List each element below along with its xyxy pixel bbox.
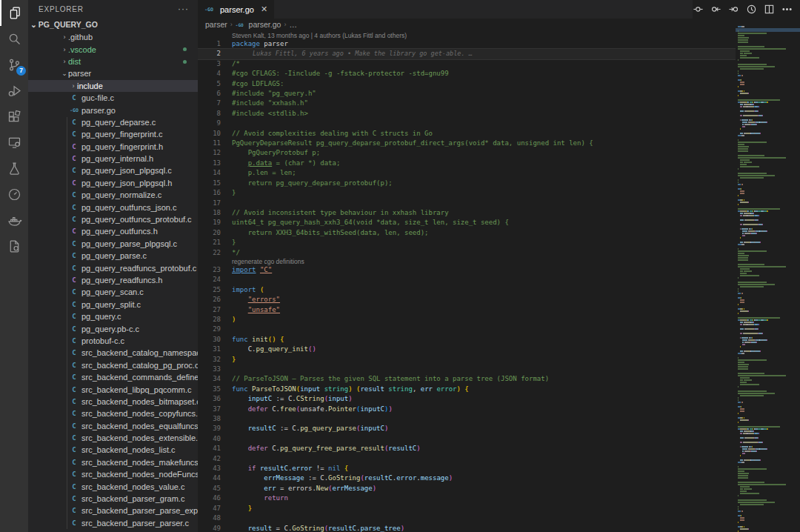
line-number[interactable]: 26 bbox=[198, 295, 221, 305]
code-line-36[interactable]: 36 inputC := C.CString(input) bbox=[198, 394, 800, 404]
tree-folder-.github[interactable]: ›.github bbox=[28, 31, 198, 43]
line-number[interactable]: 6 bbox=[198, 89, 221, 99]
code-line-17[interactable]: 17 bbox=[198, 199, 800, 208]
code-line-1[interactable]: 1package parser bbox=[198, 39, 800, 49]
line-number[interactable]: 18 bbox=[198, 208, 221, 218]
code-line-29[interactable]: 29 bbox=[198, 325, 800, 334]
line-number[interactable]: 32 bbox=[198, 355, 221, 365]
tree-file-pg_query.c[interactable]: Cpg_query.c bbox=[28, 310, 198, 322]
line-number[interactable]: 47 bbox=[198, 504, 221, 513]
line-number[interactable]: 48 bbox=[198, 513, 221, 523]
line-number[interactable]: 19 bbox=[198, 218, 221, 227]
code-line-5[interactable]: 5#cgo LDFLAGS: bbox=[198, 79, 800, 89]
activity-bar-extensions[interactable] bbox=[0, 104, 28, 130]
next-change-icon[interactable] bbox=[728, 4, 739, 15]
code-line-16[interactable]: 16} bbox=[198, 188, 800, 198]
workspace-root-folder[interactable]: ⌄ PG_QUERY_GO bbox=[28, 18, 198, 31]
line-number[interactable]: 17 bbox=[198, 199, 221, 208]
tree-file-src_backend_commands_define.c[interactable]: Csrc_backend_commands_define.c bbox=[28, 371, 198, 383]
line-number[interactable]: 16 bbox=[198, 188, 221, 198]
more-actions-icon[interactable] bbox=[781, 4, 793, 15]
code-line-46[interactable]: 46 return bbox=[198, 493, 800, 503]
line-number[interactable]: 10 bbox=[198, 129, 221, 139]
tree-folder-parser[interactable]: ⌄parser bbox=[28, 67, 198, 79]
split-editor-icon[interactable] bbox=[764, 4, 775, 15]
code-line-7[interactable]: 7#include "xxhash.h" bbox=[198, 99, 800, 108]
line-number[interactable]: 39 bbox=[198, 424, 221, 433]
code-line-6[interactable]: 6#include "pg_query.h" bbox=[198, 89, 800, 99]
code-line-23[interactable]: 23import "C" bbox=[198, 265, 800, 275]
line-number[interactable]: 45 bbox=[198, 484, 221, 493]
tree-file-src_backend_parser_parser.c[interactable]: Csrc_backend_parser_parser.c bbox=[28, 517, 198, 529]
line-number[interactable]: 35 bbox=[198, 385, 221, 394]
tree-file-guc-file.c[interactable]: Cguc-file.c bbox=[28, 92, 198, 104]
line-number[interactable]: 36 bbox=[198, 394, 221, 404]
tree-file-pg_query_json_plpgsql.h[interactable]: Cpg_query_json_plpgsql.h bbox=[28, 177, 198, 189]
line-number[interactable]: 13 bbox=[198, 159, 221, 168]
line-number[interactable]: 7 bbox=[198, 99, 221, 108]
breadcrumb-item-symbol[interactable]: … bbox=[289, 20, 297, 29]
line-number[interactable]: 37 bbox=[198, 405, 221, 414]
line-number[interactable]: 27 bbox=[198, 305, 221, 315]
code-line-30[interactable]: 30func init() { bbox=[198, 335, 800, 345]
line-number[interactable]: 15 bbox=[198, 179, 221, 188]
tree-file-protobuf-c.c[interactable]: Cprotobuf-c.c bbox=[28, 335, 198, 347]
code-line-15[interactable]: 15 return pg_query_deparse_protobuf(p); bbox=[198, 179, 800, 188]
tree-file-src_backend_catalog_namespace.c[interactable]: Csrc_backend_catalog_namespace.c bbox=[28, 347, 198, 359]
code-line-40[interactable]: 40 bbox=[198, 434, 800, 444]
activity-bar-remote-explorer[interactable] bbox=[0, 130, 28, 156]
tree-file-src_backend_nodes_bitmapset.c[interactable]: Csrc_backend_nodes_bitmapset.c bbox=[28, 396, 198, 408]
tree-file-pg_query_split.c[interactable]: Cpg_query_split.c bbox=[28, 299, 198, 310]
code-line-26[interactable]: 26 "errors" bbox=[198, 295, 800, 305]
tree-file-pg_query_readfuncs.h[interactable]: Cpg_query_readfuncs.h bbox=[28, 274, 198, 286]
tree-file-parser.go[interactable]: -GOparser.go bbox=[28, 104, 198, 116]
previous-change-icon[interactable] bbox=[710, 4, 721, 15]
code-line-33[interactable]: 33 bbox=[198, 365, 800, 374]
code-line-22[interactable]: 22*/ bbox=[198, 248, 800, 258]
code-line-28[interactable]: 28) bbox=[198, 315, 800, 325]
timeline-icon[interactable] bbox=[746, 4, 757, 15]
activity-bar-gauge[interactable] bbox=[0, 182, 28, 207]
line-number[interactable]: 9 bbox=[198, 119, 221, 128]
line-number[interactable]: 38 bbox=[198, 414, 221, 424]
line-number[interactable]: 23 bbox=[198, 265, 221, 275]
tree-file-pg_query.pb-c.c[interactable]: Cpg_query.pb-c.c bbox=[28, 322, 198, 334]
code-line-25[interactable]: 25import ( bbox=[198, 285, 800, 295]
code-line-10[interactable]: 10// Avoid complexities dealing with C s… bbox=[198, 129, 800, 139]
breadcrumb-item-folder[interactable]: parser bbox=[205, 20, 227, 29]
line-number[interactable]: 33 bbox=[198, 365, 221, 374]
line-number[interactable]: 29 bbox=[198, 325, 221, 334]
line-number[interactable]: 14 bbox=[198, 168, 221, 178]
tree-file-src_backend_nodes_nodeFuncs.c[interactable]: Csrc_backend_nodes_nodeFuncs.c bbox=[28, 468, 198, 480]
code-line-38[interactable]: 38 bbox=[198, 414, 800, 424]
more-actions-icon[interactable]: ··· bbox=[178, 4, 189, 14]
tree-folder-include[interactable]: ›include bbox=[28, 80, 198, 92]
close-icon[interactable]: ✕ bbox=[261, 4, 267, 14]
codelens-authors[interactable]: Steven Kalt, 13 months ago | 4 authors (… bbox=[232, 32, 800, 39]
tree-file-pg_query_fingerprint.c[interactable]: Cpg_query_fingerprint.c bbox=[28, 128, 198, 140]
minimap[interactable] bbox=[736, 19, 800, 532]
tree-file-src_backend_nodes_extensible.c[interactable]: Csrc_backend_nodes_extensible.c bbox=[28, 432, 198, 444]
line-number[interactable]: 46 bbox=[198, 493, 221, 503]
line-number[interactable]: 34 bbox=[198, 374, 221, 384]
line-number[interactable]: 30 bbox=[198, 335, 221, 345]
tree-file-src_backend_nodes_list.c[interactable]: Csrc_backend_nodes_list.c bbox=[28, 444, 198, 456]
line-number[interactable]: 1 bbox=[198, 39, 221, 49]
line-number[interactable]: 20 bbox=[198, 228, 221, 238]
tree-file-pg_query_normalize.c[interactable]: Cpg_query_normalize.c bbox=[28, 189, 198, 201]
tree-file-pg_query_parse.c[interactable]: Cpg_query_parse.c bbox=[28, 250, 198, 262]
code-line-18[interactable]: 18// Avoid inconsistent type behaviour i… bbox=[198, 208, 800, 218]
tree-file-src_backend_libpq_pqcomm.c[interactable]: Csrc_backend_libpq_pqcomm.c bbox=[28, 383, 198, 395]
code-line-45[interactable]: 45 err = errors.New(errMessage) bbox=[198, 484, 800, 493]
line-number[interactable]: 8 bbox=[198, 109, 221, 119]
line-number[interactable]: 4 bbox=[198, 69, 221, 79]
code-line-21[interactable]: 21} bbox=[198, 238, 800, 247]
code-line-31[interactable]: 31 C.pg_query_init() bbox=[198, 345, 800, 354]
activity-bar-testing[interactable] bbox=[0, 156, 28, 182]
line-number[interactable]: 2 bbox=[198, 49, 221, 59]
code-line-24[interactable]: 24 bbox=[198, 275, 800, 285]
code-line-20[interactable]: 20 return XXH3_64bits_withSeed(data, len… bbox=[198, 228, 800, 238]
tree-file-src_backend_nodes_value.c[interactable]: Csrc_backend_nodes_value.c bbox=[28, 480, 198, 492]
line-number[interactable]: 43 bbox=[198, 464, 221, 473]
tree-file-pg_query_outfuncs_protobuf.c[interactable]: Cpg_query_outfuncs_protobuf.c bbox=[28, 213, 198, 225]
